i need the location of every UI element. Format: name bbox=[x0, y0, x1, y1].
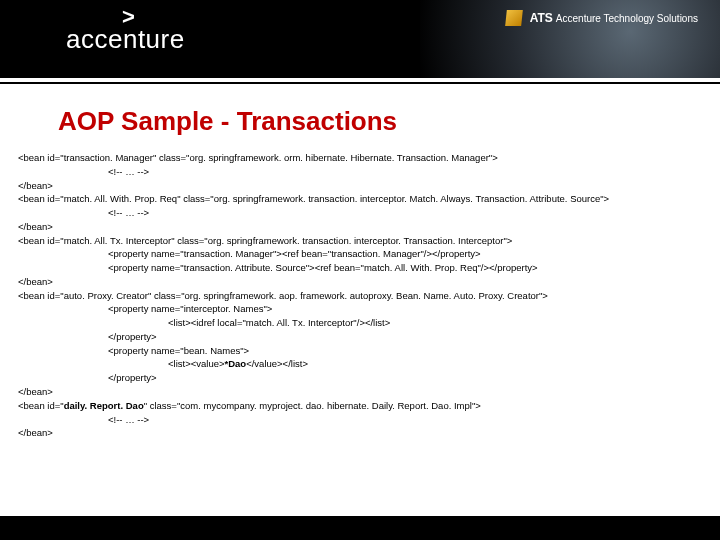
ats-text: ATSAccenture Technology Solutions bbox=[530, 11, 698, 25]
code-line: <property name="bean. Names"> bbox=[18, 344, 708, 358]
code-block: <bean id="transaction. Manager" class="o… bbox=[18, 151, 708, 440]
code-line: <!-- … --> bbox=[18, 165, 708, 179]
header-divider bbox=[0, 78, 720, 84]
code-line: <bean id="match. All. Tx. Interceptor" c… bbox=[18, 235, 512, 246]
logo: > accenture bbox=[66, 24, 185, 55]
code-line: <bean id="auto. Proxy. Creator" class="o… bbox=[18, 290, 548, 301]
logo-caret-icon: > bbox=[122, 6, 135, 28]
code-line: </property> bbox=[18, 330, 708, 344]
ats-full: Accenture Technology Solutions bbox=[556, 13, 698, 24]
code-line: </bean> bbox=[18, 180, 53, 191]
code-line: <property name="interceptor. Names"> bbox=[18, 302, 708, 316]
code-line: </bean> bbox=[18, 427, 53, 438]
ats-badge: ATSAccenture Technology Solutions bbox=[506, 10, 698, 26]
code-line: <bean id="transaction. Manager" class="o… bbox=[18, 152, 498, 163]
code-line: <list><value>*Dao</value></list> bbox=[18, 357, 708, 371]
code-line: <bean id="match. All. With. Prop. Req" c… bbox=[18, 193, 609, 204]
slide-header: > accenture ATSAccenture Technology Solu… bbox=[0, 0, 720, 78]
code-line: <list><idref local="match. All. Tx. Inte… bbox=[18, 316, 708, 330]
code-line: </property> bbox=[18, 371, 708, 385]
code-bold: daily. Report. Dao bbox=[64, 400, 144, 411]
code-line: </bean> bbox=[18, 221, 53, 232]
code-line: </bean> bbox=[18, 276, 53, 287]
slide-footer bbox=[0, 516, 720, 540]
code-line: </bean> bbox=[18, 386, 53, 397]
code-line: <property name="transaction. Manager"><r… bbox=[18, 247, 708, 261]
cube-icon bbox=[505, 10, 523, 26]
code-line: <property name="transaction. Attribute. … bbox=[18, 261, 708, 275]
code-line: <!-- … --> bbox=[18, 413, 708, 427]
code-bold: *Dao bbox=[225, 358, 247, 369]
code-line: <bean id="daily. Report. Dao" class="com… bbox=[18, 400, 481, 411]
slide-title: AOP Sample - Transactions bbox=[58, 106, 720, 137]
ats-acronym: ATS bbox=[530, 11, 553, 25]
code-line: <!-- … --> bbox=[18, 206, 708, 220]
slide: > accenture ATSAccenture Technology Solu… bbox=[0, 0, 720, 540]
